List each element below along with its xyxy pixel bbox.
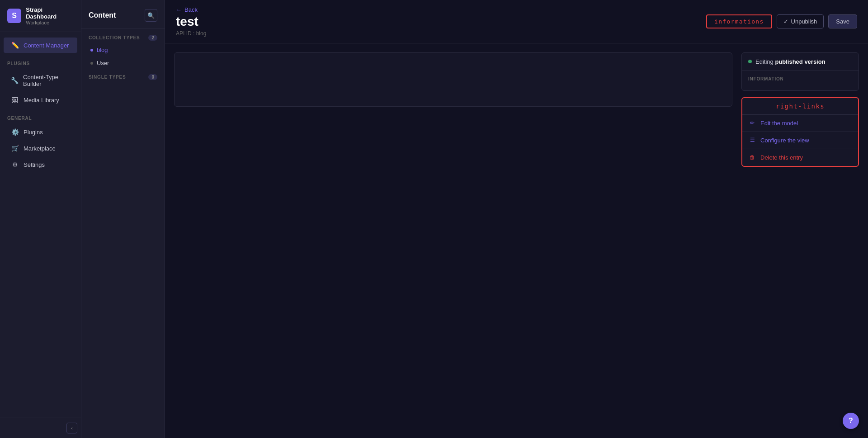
marketplace-icon: 🛒	[11, 145, 19, 152]
nav-item-blog[interactable]: blog	[81, 43, 165, 57]
configure-view-label: Configure the view	[760, 137, 809, 144]
status-dot-icon	[748, 60, 752, 63]
media-library-icon: 🖼	[11, 96, 19, 104]
delete-entry-link[interactable]: 🗑 Delete this entry	[742, 149, 858, 166]
unpublish-label: Unpublish	[791, 18, 817, 25]
general-section-label: GENERAL	[0, 108, 81, 123]
collection-types-section: COLLECTION TYPES 2	[81, 30, 165, 43]
info-card-header: Editing published version	[742, 53, 859, 71]
unpublish-button[interactable]: ✓ Unpublish	[777, 14, 824, 28]
pencil-icon: ✏	[749, 120, 756, 126]
top-bar-left: ← Back test API ID : blog	[176, 6, 206, 37]
single-types-count: 0	[148, 74, 157, 80]
nav-divider	[81, 28, 165, 28]
single-types-label: SINGLE TYPES	[89, 75, 126, 80]
settings-icon: ⚙	[11, 161, 19, 168]
sidebar-collapse-area: ‹	[0, 418, 81, 438]
sidebar-item-content-manager[interactable]: ✏️ Content Manager	[4, 38, 77, 53]
top-actions: informations ✓ Unpublish Save	[706, 14, 857, 28]
informations-box: informations	[706, 14, 772, 28]
sidebar-item-plugins[interactable]: ⚙️ Plugins	[4, 124, 77, 140]
app-workspace: Workplace	[26, 20, 74, 25]
back-label: Back	[184, 6, 198, 13]
content-type-builder-icon: 🔧	[11, 77, 19, 84]
edit-model-link[interactable]: ✏ Edit the model	[742, 115, 858, 132]
sidebar-item-label: Content-Type Builder	[23, 74, 70, 87]
info-card-body: INFORMATION	[742, 71, 859, 90]
published-version-text: published version	[775, 58, 825, 65]
back-arrow-icon: ←	[176, 6, 182, 13]
nav-item-user[interactable]: User	[81, 57, 165, 70]
collection-types-label: COLLECTION TYPES	[89, 35, 140, 40]
sidebar-item-label: Plugins	[24, 129, 43, 136]
editor-area[interactable]	[174, 52, 732, 107]
back-link[interactable]: ← Back	[176, 6, 206, 13]
info-card: Editing published version INFORMATION	[741, 52, 859, 91]
app-logo-icon: S	[7, 9, 21, 23]
blog-label: blog	[97, 47, 108, 53]
sidebar-item-label: Media Library	[24, 97, 59, 104]
single-types-section: SINGLE TYPES 0	[81, 70, 165, 83]
blog-dot-icon	[90, 49, 93, 52]
save-button[interactable]: Save	[828, 14, 857, 28]
edit-model-label: Edit the model	[760, 120, 798, 127]
sidebar-navigation: ✏️ Content Manager PLUGINS 🔧 Content-Typ…	[0, 32, 81, 418]
information-label: INFORMATION	[748, 76, 852, 81]
search-icon: 🔍	[147, 12, 155, 19]
sidebar-item-media-library[interactable]: 🖼 Media Library	[4, 92, 77, 108]
content-manager-icon: ✏️	[11, 42, 19, 49]
user-dot-icon	[90, 62, 93, 65]
sidebar: S Strapi Dashboard Workplace ✏️ Content …	[0, 0, 81, 438]
sidebar-item-label: Content Manager	[24, 42, 69, 49]
plugins-icon: ⚙️	[11, 128, 19, 136]
right-panel: Editing published version INFORMATION ri…	[741, 52, 859, 429]
content-nav-header: Content 🔍	[81, 0, 165, 26]
editing-status-text: Editing published version	[755, 58, 826, 65]
trash-icon: 🗑	[749, 154, 756, 160]
right-links-title: right-links	[742, 98, 858, 115]
api-id: API ID : blog	[176, 30, 206, 37]
sidebar-item-label: Marketplace	[24, 145, 56, 152]
plugins-section-label: PLUGINS	[0, 54, 81, 69]
search-button[interactable]: 🔍	[145, 9, 157, 22]
sidebar-item-label: Settings	[24, 161, 45, 168]
page-title: test	[176, 14, 206, 29]
page-info: test API ID : blog	[176, 14, 206, 37]
sidebar-logo: S Strapi Dashboard Workplace	[0, 0, 81, 32]
top-bar: ← Back test API ID : blog informations ✓…	[165, 0, 868, 43]
editing-prefix: Editing	[755, 58, 775, 65]
configure-view-link[interactable]: ☰ Configure the view	[742, 132, 858, 149]
collection-types-count: 2	[148, 35, 157, 41]
list-icon: ☰	[749, 137, 756, 143]
sidebar-item-marketplace[interactable]: 🛒 Marketplace	[4, 141, 77, 156]
content-navigation: Content 🔍 COLLECTION TYPES 2 blog User S…	[81, 0, 165, 438]
content-main: Editing published version INFORMATION ri…	[165, 43, 868, 438]
sidebar-item-content-type-builder[interactable]: 🔧 Content-Type Builder	[4, 70, 77, 91]
user-label: User	[97, 60, 109, 66]
content-nav-title: Content	[89, 11, 116, 19]
help-icon: ?	[849, 417, 853, 425]
help-button[interactable]: ?	[843, 413, 859, 429]
sidebar-item-settings[interactable]: ⚙ Settings	[4, 157, 77, 172]
delete-entry-label: Delete this entry	[760, 154, 803, 161]
check-icon: ✓	[783, 18, 788, 25]
app-name: Strapi Dashboard	[26, 6, 74, 20]
right-links-card: right-links ✏ Edit the model ☰ Configure…	[741, 97, 859, 167]
sidebar-collapse-button[interactable]: ‹	[66, 423, 77, 433]
main-content: ← Back test API ID : blog informations ✓…	[165, 0, 868, 438]
